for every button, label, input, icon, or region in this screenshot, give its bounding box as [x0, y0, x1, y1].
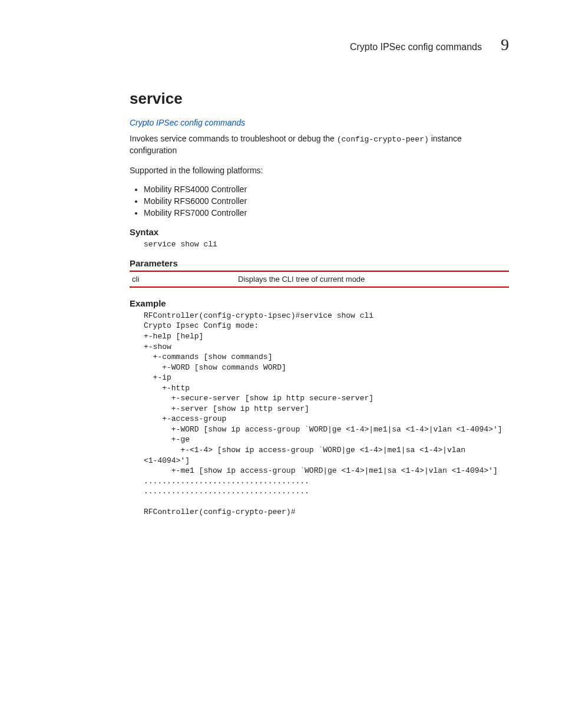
syntax-heading: Syntax [130, 227, 509, 237]
platform-item: Mobility RFS6000 Controller [144, 196, 509, 206]
page-header: Crypto IPSec config commands 9 [130, 35, 509, 54]
command-title: service [130, 90, 509, 108]
header-section-title: Crypto IPSec config commands [350, 42, 482, 52]
platform-item: Mobility RFS4000 Controller [144, 185, 509, 194]
example-code: RFController(config-crypto-ipsec)#servic… [144, 311, 509, 518]
parameter-key: cli [132, 275, 238, 284]
example-heading: Example [130, 298, 509, 308]
section-link[interactable]: Crypto IPSec config commands [130, 118, 245, 127]
syntax-code: service show cli [144, 239, 509, 250]
intro-text-pre: Invokes service commands to troubleshoot… [130, 134, 337, 143]
parameters-table: cli Displays the CLI tree of current mod… [130, 271, 509, 288]
intro-code: (config-crypto-peer) [337, 135, 429, 144]
chapter-number: 9 [501, 35, 509, 54]
platform-item: Mobility RFS7000 Controller [144, 208, 509, 218]
parameter-row: cli Displays the CLI tree of current mod… [130, 272, 509, 286]
intro-paragraph: Invokes service commands to troubleshoot… [130, 133, 509, 157]
supported-intro: Supported in the following platforms: [130, 165, 509, 177]
parameter-desc: Displays the CLI tree of current mode [238, 275, 507, 284]
page: Crypto IPSec config commands 9 service C… [0, 0, 562, 561]
platforms-list: Mobility RFS4000 Controller Mobility RFS… [130, 185, 509, 218]
parameters-heading: Parameters [130, 258, 509, 268]
